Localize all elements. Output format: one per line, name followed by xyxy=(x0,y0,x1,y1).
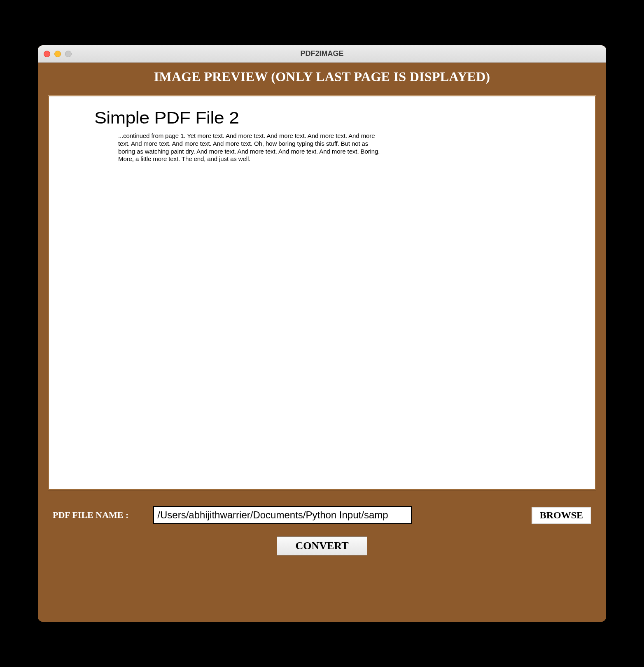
preview-heading: IMAGE PREVIEW (ONLY LAST PAGE IS DISPLAY… xyxy=(48,69,596,84)
file-path-input[interactable] xyxy=(155,508,410,522)
file-row: PDF FILE NAME : BROWSE xyxy=(48,506,596,524)
close-icon[interactable] xyxy=(44,51,50,57)
convert-row: CONVERT xyxy=(48,536,596,555)
window-content: IMAGE PREVIEW (ONLY LAST PAGE IS DISPLAY… xyxy=(38,63,606,622)
file-path-wrap xyxy=(153,506,412,524)
preview-frame: Simple PDF File 2 ...continued from page… xyxy=(48,95,596,490)
minimize-icon[interactable] xyxy=(54,51,61,57)
maximize-icon xyxy=(65,51,72,57)
pdf-page-body: ...continued from page 1. Yet more text.… xyxy=(118,132,382,163)
pdf-page-title: Simple PDF File 2 xyxy=(94,109,595,127)
window-title: PDF2IMAGE xyxy=(300,49,343,58)
file-label: PDF FILE NAME : xyxy=(53,510,128,520)
browse-button[interactable]: BROWSE xyxy=(532,507,591,524)
titlebar: PDF2IMAGE xyxy=(38,45,606,63)
app-window: PDF2IMAGE IMAGE PREVIEW (ONLY LAST PAGE … xyxy=(38,45,606,622)
preview-panel: Simple PDF File 2 ...continued from page… xyxy=(49,96,595,489)
traffic-lights xyxy=(44,51,72,57)
convert-button[interactable]: CONVERT xyxy=(277,536,367,555)
